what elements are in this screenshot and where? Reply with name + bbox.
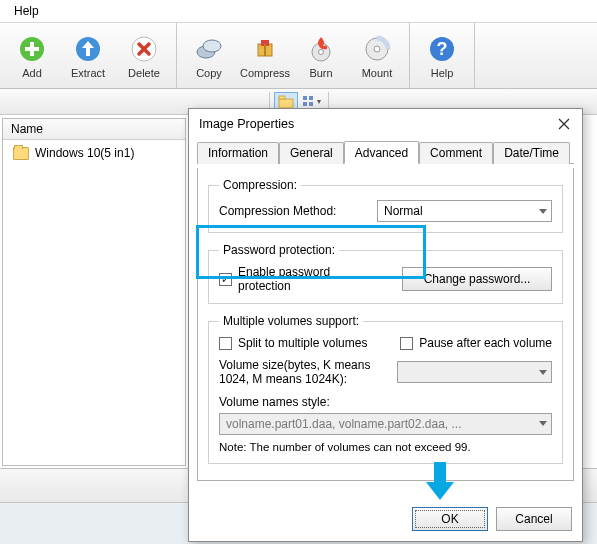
toolbar-add-button[interactable]: Add bbox=[4, 23, 60, 88]
svg-rect-9 bbox=[264, 44, 266, 56]
compress-icon bbox=[249, 33, 281, 65]
column-header-name[interactable]: Name bbox=[3, 119, 185, 140]
checkbox-icon bbox=[219, 337, 232, 350]
file-list-pane: Name Windows 10(5 in1) bbox=[2, 118, 186, 466]
svg-rect-20 bbox=[303, 102, 307, 106]
svg-rect-18 bbox=[303, 96, 307, 100]
split-volumes-label: Split to multiple volumes bbox=[238, 336, 367, 350]
menubar: Help bbox=[0, 0, 597, 22]
toolbar-copy-button[interactable]: Copy bbox=[181, 23, 237, 88]
volume-names-combo[interactable]: volname.part01.daa, volname.part02.daa, … bbox=[219, 413, 552, 435]
volumes-group: Multiple volumes support: Split to multi… bbox=[208, 314, 563, 464]
checkbox-icon bbox=[219, 273, 232, 286]
checkbox-icon bbox=[400, 337, 413, 350]
compression-method-combo[interactable]: Normal bbox=[377, 200, 552, 222]
toolbar-compress-label: Compress bbox=[240, 67, 290, 79]
tab-general[interactable]: General bbox=[279, 142, 344, 164]
svg-rect-16 bbox=[279, 99, 293, 108]
close-button[interactable] bbox=[554, 115, 574, 133]
tab-advanced[interactable]: Advanced bbox=[344, 141, 419, 164]
svg-rect-19 bbox=[309, 96, 313, 100]
toolbar-copy-label: Copy bbox=[196, 67, 222, 79]
ok-button[interactable]: OK bbox=[412, 507, 488, 531]
volume-names-value: volname.part01.daa, volname.part02.daa, … bbox=[226, 417, 461, 431]
volume-names-label: Volume names style: bbox=[219, 395, 552, 409]
toolbar-help-label: Help bbox=[431, 67, 454, 79]
file-item-name: Windows 10(5 in1) bbox=[35, 146, 134, 160]
toolbar-burn-button[interactable]: Burn bbox=[293, 23, 349, 88]
menu-help[interactable]: Help bbox=[10, 2, 43, 20]
svg-text:?: ? bbox=[437, 39, 448, 59]
volume-size-combo[interactable] bbox=[397, 361, 552, 383]
toolbar-extract-label: Extract bbox=[71, 67, 105, 79]
svg-rect-2 bbox=[25, 47, 39, 51]
add-icon bbox=[16, 33, 48, 65]
chevron-down-icon bbox=[539, 370, 547, 375]
svg-rect-21 bbox=[309, 102, 313, 106]
main-toolbar: Add Extract Delete Copy Compress bbox=[0, 23, 597, 89]
extract-icon bbox=[72, 33, 104, 65]
svg-point-11 bbox=[319, 49, 324, 54]
delete-icon bbox=[128, 33, 160, 65]
enable-password-label: Enable password protection bbox=[238, 265, 386, 293]
compression-group: Compression: Compression Method: Normal bbox=[208, 178, 563, 233]
toolbar-add-label: Add bbox=[22, 67, 42, 79]
password-legend: Password protection: bbox=[219, 243, 339, 257]
chevron-down-icon bbox=[539, 421, 547, 426]
tab-panel-advanced: Compression: Compression Method: Normal … bbox=[197, 168, 574, 481]
enable-password-checkbox[interactable]: Enable password protection bbox=[219, 265, 386, 293]
password-group: Password protection: Enable password pro… bbox=[208, 243, 563, 304]
burn-icon bbox=[305, 33, 337, 65]
toolbar-compress-button[interactable]: Compress bbox=[237, 23, 293, 88]
image-properties-dialog: Image Properties Information General Adv… bbox=[188, 108, 583, 542]
tab-information[interactable]: Information bbox=[197, 142, 279, 164]
tab-datetime[interactable]: Date/Time bbox=[493, 142, 570, 164]
toolbar-delete-label: Delete bbox=[128, 67, 160, 79]
compression-legend: Compression: bbox=[219, 178, 301, 192]
pause-after-volume-checkbox[interactable]: Pause after each volume bbox=[400, 336, 552, 350]
volumes-legend: Multiple volumes support: bbox=[219, 314, 363, 328]
cancel-button[interactable]: Cancel bbox=[496, 507, 572, 531]
svg-point-13 bbox=[374, 46, 380, 52]
svg-rect-17 bbox=[279, 96, 285, 99]
help-icon: ? bbox=[426, 33, 458, 65]
dialog-title: Image Properties bbox=[199, 117, 294, 131]
toolbar-delete-button[interactable]: Delete bbox=[116, 23, 172, 88]
copy-icon bbox=[193, 33, 225, 65]
svg-point-6 bbox=[203, 40, 221, 52]
tabstrip: Information General Advanced Comment Dat… bbox=[197, 141, 574, 164]
split-volumes-checkbox[interactable]: Split to multiple volumes bbox=[219, 336, 367, 350]
list-item[interactable]: Windows 10(5 in1) bbox=[9, 144, 179, 162]
volumes-note: Note: The number of volumes can not exce… bbox=[219, 441, 552, 453]
toolbar-extract-button[interactable]: Extract bbox=[60, 23, 116, 88]
toolbar-mount-button[interactable]: Mount bbox=[349, 23, 405, 88]
mount-icon bbox=[361, 33, 393, 65]
chevron-down-icon bbox=[539, 209, 547, 214]
folder-icon bbox=[13, 147, 29, 160]
toolbar-burn-label: Burn bbox=[309, 67, 332, 79]
volume-size-label: Volume size(bytes, K means 1024, M means… bbox=[219, 358, 389, 387]
tab-comment[interactable]: Comment bbox=[419, 142, 493, 164]
pause-after-volume-label: Pause after each volume bbox=[419, 336, 552, 350]
close-icon bbox=[558, 118, 570, 130]
change-password-button[interactable]: Change password... bbox=[402, 267, 552, 291]
compression-method-value: Normal bbox=[384, 204, 423, 218]
compression-method-label: Compression Method: bbox=[219, 204, 369, 218]
toolbar-help-button[interactable]: ? Help bbox=[414, 23, 470, 88]
toolbar-mount-label: Mount bbox=[362, 67, 393, 79]
